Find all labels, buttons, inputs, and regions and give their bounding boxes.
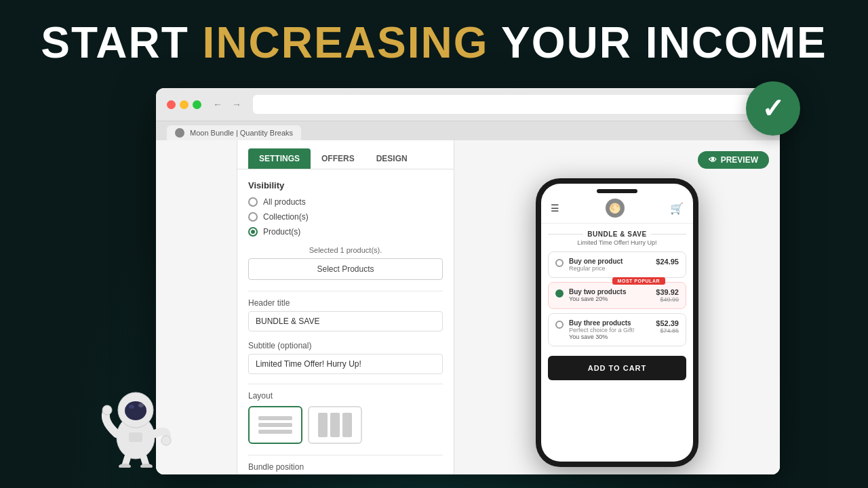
bundle-option-three[interactable]: Buy three products Perfect choice for a …	[548, 313, 686, 346]
radio-circle-collections	[248, 212, 258, 222]
bundle-radio-two	[555, 289, 564, 298]
radio-circle-all	[248, 197, 258, 207]
settings-panel: SETTINGS OFFERS DESIGN Visibility All pr…	[237, 140, 454, 474]
layout-col-2	[330, 413, 340, 437]
bundle-subtitle: Limited Time Offer! Hurry Up!	[548, 239, 686, 246]
back-button[interactable]: ←	[210, 96, 226, 113]
bundle-header: BUNDLE & SAVE Limited Time Offer! Hurry …	[548, 230, 686, 246]
tab-offers[interactable]: OFFERS	[311, 148, 366, 169]
bundle-divider: BUNDLE & SAVE	[548, 230, 686, 238]
subtitle-input[interactable]	[248, 354, 443, 374]
phone-screen: ☰ 🌕 🛒 BUNDLE & SAVE	[541, 184, 693, 462]
bundle-position-label: Bundle position	[248, 462, 443, 472]
phone-body: BUNDLE & SAVE Limited Time Offer! Hurry …	[541, 224, 693, 462]
phone-notch	[597, 189, 637, 193]
subtitle-group: Subtitle (optional)	[248, 341, 443, 374]
bundle-savings-two: You save 20%	[569, 296, 650, 302]
bundle-main-price-three: $52.39	[656, 319, 679, 327]
header-title-group: Header title	[248, 298, 443, 331]
hero-title-start: START	[41, 18, 189, 67]
layout-row-2	[258, 423, 292, 427]
bundle-name-one: Buy one product	[569, 258, 650, 265]
layout-row-1	[258, 416, 292, 420]
bundle-desc-one: Regular price	[569, 265, 650, 272]
layout-rows-icon	[258, 416, 292, 434]
bundle-old-price-two: $49.90	[656, 296, 679, 303]
divider-3	[248, 455, 443, 455]
bundle-main-price-two: $39.92	[656, 288, 679, 296]
bundle-radio-three	[555, 321, 564, 329]
store-logo: 🌕	[606, 199, 625, 218]
astronaut	[95, 373, 176, 468]
browser-chrome: ← → ⋮	[156, 88, 780, 121]
panel-tabs: SETTINGS OFFERS DESIGN	[237, 140, 454, 169]
radio-label-collections: Collection(s)	[263, 212, 309, 222]
radio-all-products[interactable]: All products	[248, 197, 443, 207]
bundle-option-one[interactable]: Buy one product Regular price $24.95	[548, 251, 686, 278]
radio-label-all: All products	[263, 197, 306, 207]
layout-row-3	[258, 430, 292, 434]
divider-line-right	[651, 234, 686, 235]
bundle-desc-three: Perfect choice for a Gift!	[569, 327, 650, 333]
hero-title: START INCREASING YOUR INCOME	[0, 19, 868, 66]
astronaut-svg	[95, 373, 176, 468]
select-products-button[interactable]: Select Products	[248, 258, 443, 280]
tab-design[interactable]: DESIGN	[366, 148, 418, 169]
preview-button[interactable]: 👁 PREVIEW	[698, 151, 769, 169]
bundle-old-price-three: $74.85	[656, 327, 679, 334]
bundle-info-three: Buy three products Perfect choice for a …	[569, 319, 650, 340]
tab-bar: Moon Bundle | Quantity Breaks	[156, 121, 780, 140]
selected-products-info: Selected 1 product(s).	[248, 246, 443, 254]
svg-point-9	[138, 403, 144, 407]
tab-title: Moon Bundle | Quantity Breaks	[190, 129, 293, 137]
browser-tab[interactable]: Moon Bundle | Quantity Breaks	[167, 125, 301, 140]
bundle-position-group: Bundle position Above Add to cart sectio…	[248, 462, 443, 474]
address-bar[interactable]	[253, 95, 750, 114]
bundle-main-price-one: $24.95	[656, 258, 679, 266]
visibility-label: Visibility	[248, 180, 443, 190]
visibility-radio-group: All products Collection(s) Product(s)	[248, 197, 443, 237]
svg-point-3	[129, 405, 134, 409]
preview-eye-icon: 👁	[709, 155, 717, 165]
visibility-section: Visibility All products Collection(s)	[248, 180, 443, 280]
bundle-info-two: Buy two products You save 20%	[569, 288, 650, 302]
forward-button[interactable]: →	[229, 96, 245, 113]
bundle-price-one: $24.95	[656, 258, 679, 266]
layout-options	[248, 406, 443, 444]
check-badge: ✓	[746, 81, 800, 136]
svg-point-4	[102, 405, 112, 415]
header-title-input[interactable]	[248, 311, 443, 331]
bundle-title: BUNDLE & SAVE	[587, 230, 646, 238]
layout-group: Layout	[248, 391, 443, 444]
browser-content: SETTINGS OFFERS DESIGN Visibility All pr…	[156, 140, 780, 474]
preview-area: 👁 PREVIEW ☰ 🌕 🛒	[454, 140, 780, 474]
bundle-option-two[interactable]: MOST POPULAR Buy two products You save 2…	[548, 282, 686, 309]
layout-label: Layout	[248, 391, 443, 401]
nav-buttons: ← →	[210, 96, 245, 113]
browser-window: ← → ⋮ Moon Bundle | Quantity Breaks SETT…	[156, 88, 780, 474]
bundle-info-one: Buy one product Regular price	[569, 258, 650, 272]
radio-circle-products	[248, 227, 258, 237]
close-button[interactable]	[167, 100, 176, 109]
layout-rows-option[interactable]	[248, 406, 302, 444]
bundle-name-two: Buy two products	[569, 288, 650, 296]
layout-col-1	[318, 413, 328, 437]
radio-collections[interactable]: Collection(s)	[248, 212, 443, 222]
maximize-button[interactable]	[193, 100, 201, 109]
radio-label-products: Product(s)	[263, 227, 300, 237]
checkmark-icon: ✓	[762, 93, 785, 124]
tab-settings[interactable]: SETTINGS	[248, 148, 311, 169]
svg-point-5	[161, 436, 171, 445]
cart-icon[interactable]: 🛒	[670, 202, 684, 215]
layout-cols-option[interactable]	[308, 406, 362, 444]
svg-rect-8	[129, 432, 142, 442]
minimize-button[interactable]	[180, 100, 189, 109]
hero-title-rest: YOUR INCOME	[501, 18, 827, 67]
divider-line-left	[548, 234, 583, 235]
add-to-cart-button[interactable]: ADD TO CART	[548, 356, 686, 380]
phone-header: ☰ 🌕 🛒	[541, 196, 693, 224]
radio-products[interactable]: Product(s)	[248, 227, 443, 237]
svg-point-6	[119, 464, 131, 468]
hamburger-icon[interactable]: ☰	[551, 203, 559, 214]
traffic-lights	[167, 100, 201, 109]
